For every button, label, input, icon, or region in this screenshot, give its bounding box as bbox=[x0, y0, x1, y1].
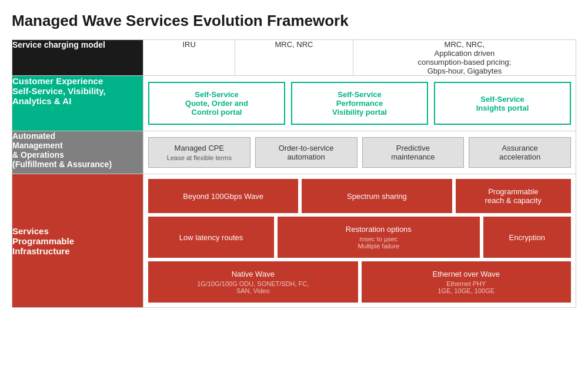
svc-box-encryption-label: Encryption bbox=[509, 233, 545, 242]
cx-box-2-label: Self-Service Performance Visibility port… bbox=[332, 90, 387, 117]
auto-box-4: Assurance acceleration bbox=[469, 137, 571, 168]
charging-advanced: MRC, NRC, Application driven consumption… bbox=[417, 40, 511, 75]
svc-header: Services Programmable Infrastructure bbox=[12, 226, 74, 256]
auto-header: Automated Management & Operations (Fulfi… bbox=[12, 131, 112, 169]
svc-box-restoration: Restoration options msec to µsec Multipl… bbox=[278, 217, 480, 258]
cx-header: Customer Experience Self-Service, Visibi… bbox=[12, 76, 106, 106]
svc-box-native-sub: 1G/10G/100G ODU, SONET/SDH, FC, SAN, Vid… bbox=[197, 280, 309, 294]
cx-box-3-label: Self-Service Insights portal bbox=[476, 95, 529, 112]
auto-box-4-main: Assurance acceleration bbox=[499, 144, 540, 161]
svc-box-restoration-main: Restoration options bbox=[346, 225, 412, 234]
svc-box-beyond-label: Beyond 100Gbps Wave bbox=[183, 192, 263, 201]
auto-box-1-sub: Lease at flexible terms bbox=[167, 154, 232, 161]
auto-box-3-main: Predictive maintenance bbox=[391, 144, 435, 161]
cx-box-1-label: Self-Service Quote, Order and Control po… bbox=[185, 90, 248, 117]
svc-box-programmable-label: Programmable reach & capacity bbox=[485, 187, 542, 205]
svc-box-restoration-sub: msec to µsec Multiple failure bbox=[358, 235, 399, 250]
auto-box-2: Order-to-service automation bbox=[255, 137, 358, 168]
svc-box-encryption: Encryption bbox=[483, 217, 571, 258]
charging-iru: IRU bbox=[182, 40, 195, 49]
auto-box-1: Managed CPE Lease at flexible terms bbox=[148, 137, 250, 168]
auto-box-2-main: Order-to-service automation bbox=[279, 144, 334, 161]
svc-box-spectrum: Spectrum sharing bbox=[302, 179, 452, 213]
cx-box-1: Self-Service Quote, Order and Control po… bbox=[148, 82, 285, 125]
svc-box-beyond: Beyond 100Gbps Wave bbox=[148, 179, 298, 213]
svc-box-lowlatency-label: Low latency routes bbox=[179, 233, 243, 242]
svc-box-native-main: Native Wave bbox=[232, 270, 275, 278]
cx-box-2: Self-Service Performance Visibility port… bbox=[291, 82, 428, 125]
svc-box-ethernet: Ethernet over Wave Ethernet PHY 1GE, 10G… bbox=[362, 261, 572, 303]
auto-box-3: Predictive maintenance bbox=[362, 137, 465, 168]
svc-box-native: Native Wave 1G/10G/100G ODU, SONET/SDH, … bbox=[148, 261, 358, 303]
charging-mrc-nrc: MRC, NRC bbox=[275, 40, 313, 49]
svc-box-lowlatency: Low latency routes bbox=[148, 217, 274, 258]
svc-box-ethernet-main: Ethernet over Wave bbox=[433, 270, 500, 278]
auto-box-1-main: Managed CPE bbox=[175, 144, 225, 152]
page-title: Managed Wave Services Evolution Framewor… bbox=[12, 12, 576, 30]
svc-box-spectrum-label: Spectrum sharing bbox=[347, 192, 407, 201]
charging-header: Service charging model bbox=[12, 40, 105, 49]
cx-box-3: Self-Service Insights portal bbox=[434, 82, 571, 125]
svc-box-ethernet-sub: Ethernet PHY 1GE, 10GE, 100GE bbox=[437, 280, 495, 294]
svc-box-programmable: Programmable reach & capacity bbox=[456, 179, 571, 213]
